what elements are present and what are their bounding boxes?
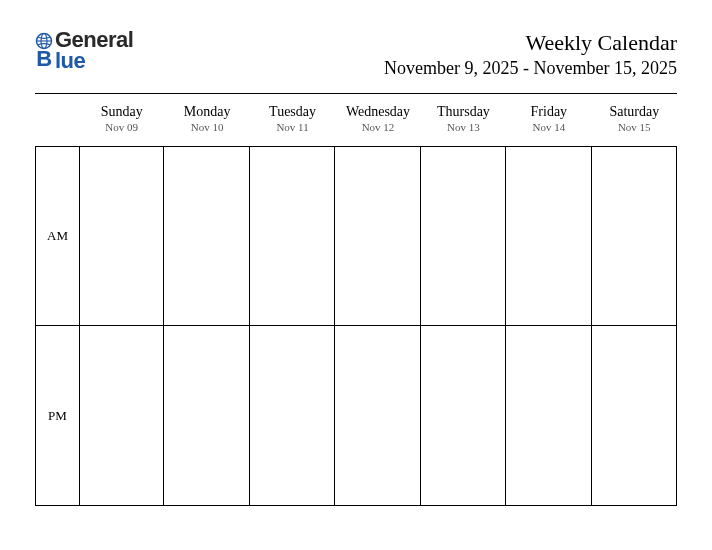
- cell-pm-mon: [164, 326, 249, 506]
- day-header-sun: Sunday Nov 09: [79, 102, 164, 146]
- logo: B General lue: [35, 30, 133, 72]
- cell-am-wed: [335, 146, 420, 326]
- period-am-label: AM: [35, 146, 79, 326]
- cell-pm-tue: [250, 326, 335, 506]
- day-date: Nov 12: [335, 121, 420, 133]
- day-name: Friday: [506, 104, 591, 120]
- cell-am-tue: [250, 146, 335, 326]
- cell-am-sat: [592, 146, 677, 326]
- day-header-wed: Wednesday Nov 12: [335, 102, 420, 146]
- day-date: Nov 11: [250, 121, 335, 133]
- cell-pm-wed: [335, 326, 420, 506]
- date-range: November 9, 2025 - November 15, 2025: [384, 58, 677, 79]
- day-date: Nov 14: [506, 121, 591, 133]
- day-date: Nov 15: [592, 121, 677, 133]
- calendar-grid: Sunday Nov 09 Monday Nov 10 Tuesday Nov …: [35, 102, 677, 506]
- corner-cell: [35, 102, 79, 146]
- period-pm-label: PM: [35, 326, 79, 506]
- logo-word2-initial: B: [36, 49, 51, 69]
- day-header-mon: Monday Nov 10: [164, 102, 249, 146]
- cell-am-sun: [79, 146, 164, 326]
- day-date: Nov 10: [164, 121, 249, 133]
- cell-pm-sun: [79, 326, 164, 506]
- day-date: Nov 09: [79, 121, 164, 133]
- day-name: Saturday: [592, 104, 677, 120]
- logo-word2-rest: lue: [55, 51, 133, 72]
- divider: [35, 93, 677, 94]
- day-header-sat: Saturday Nov 15: [592, 102, 677, 146]
- cell-am-fri: [506, 146, 591, 326]
- cell-am-thu: [421, 146, 506, 326]
- title-block: Weekly Calendar November 9, 2025 - Novem…: [384, 30, 677, 79]
- day-date: Nov 13: [421, 121, 506, 133]
- day-name: Wednesday: [335, 104, 420, 120]
- day-name: Monday: [164, 104, 249, 120]
- day-header-tue: Tuesday Nov 11: [250, 102, 335, 146]
- day-name: Tuesday: [250, 104, 335, 120]
- day-name: Sunday: [79, 104, 164, 120]
- day-name: Thursday: [421, 104, 506, 120]
- cell-pm-thu: [421, 326, 506, 506]
- header: B General lue Weekly Calendar November 9…: [35, 30, 677, 79]
- day-header-thu: Thursday Nov 13: [421, 102, 506, 146]
- cell-pm-sat: [592, 326, 677, 506]
- day-header-fri: Friday Nov 14: [506, 102, 591, 146]
- cell-pm-fri: [506, 326, 591, 506]
- cell-am-mon: [164, 146, 249, 326]
- page-title: Weekly Calendar: [384, 30, 677, 56]
